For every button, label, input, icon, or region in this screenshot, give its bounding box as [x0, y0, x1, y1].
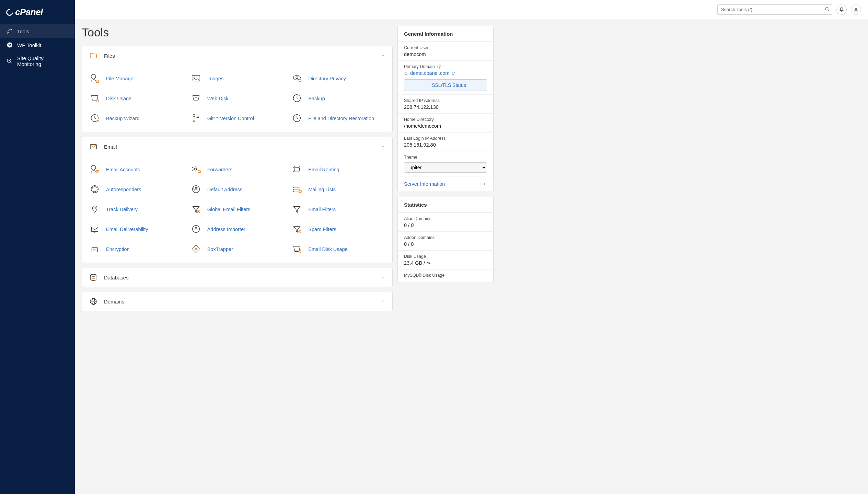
server-info-link[interactable]: Server Information — [398, 176, 493, 192]
images-icon — [190, 72, 202, 85]
tool-git-version-control[interactable]: Git™ Version Control — [190, 108, 285, 128]
stat-label: Addon Domains — [404, 235, 487, 240]
svg-line-49 — [299, 230, 301, 232]
svg-point-28 — [299, 170, 300, 172]
svg-rect-13 — [299, 79, 301, 81]
section-header-files[interactable]: Files — [82, 46, 392, 65]
theme-row: Theme jupiter — [398, 151, 493, 176]
tool-label: Forwarders — [207, 167, 232, 172]
tool-label: File and Directory Restoration — [308, 116, 374, 121]
ssl-status-button[interactable]: SSL/TLS Status — [404, 79, 487, 91]
svg-point-46 — [192, 225, 199, 232]
tool-file-and-directory-restoration[interactable]: File and Directory Restoration — [291, 108, 385, 128]
svg-line-5 — [828, 10, 829, 11]
nav-label: WP Toolkit — [17, 42, 41, 48]
directory-privacy-icon — [291, 72, 303, 85]
tool-label: Default Address — [207, 187, 242, 192]
tool-disk-usage[interactable]: Disk Usage — [89, 89, 183, 108]
email-accounts-icon — [89, 163, 101, 176]
tool-email-filters[interactable]: Email Filters — [291, 199, 385, 219]
svg-point-6 — [855, 8, 857, 10]
tool-label: Global Email Filters — [207, 207, 251, 212]
svg-rect-38 — [299, 190, 302, 192]
boxtrapper-icon — [190, 243, 202, 256]
svg-point-25 — [294, 166, 295, 168]
section-domains: Domains — [82, 292, 393, 311]
address-importer-icon — [190, 223, 202, 236]
current-user-label: Current User — [404, 45, 487, 50]
tool-label: Email Accounts — [106, 167, 140, 172]
user-menu-button[interactable] — [851, 4, 861, 15]
chevron-up-icon — [381, 299, 385, 305]
section-header-domains[interactable]: Domains — [82, 292, 392, 311]
svg-point-4 — [825, 7, 828, 10]
nav-label: Tools — [17, 28, 29, 34]
sidebar-item-tools[interactable]: Tools — [0, 24, 75, 38]
forwarders-icon — [190, 163, 202, 176]
tool-web-disk[interactable]: Web Disk — [190, 89, 285, 108]
tool-images[interactable]: Images — [190, 69, 285, 89]
stat-row-addon-domains: Addon Domains0 / 0 — [398, 232, 493, 251]
svg-point-31 — [195, 187, 197, 188]
git-icon — [190, 112, 202, 125]
chevron-up-icon — [381, 144, 385, 150]
svg-point-27 — [294, 170, 295, 172]
sidebar-item-wp-toolkit[interactable]: WP Toolkit — [0, 38, 75, 52]
search-input[interactable] — [717, 4, 832, 15]
logo[interactable]: cPanel — [0, 4, 75, 24]
tool-backup[interactable]: Backup — [291, 89, 385, 108]
tool-global-email-filters[interactable]: Global Email Filters — [190, 199, 285, 219]
page-title: Tools — [82, 26, 393, 39]
tool-mailing-lists[interactable]: Mailing Lists — [291, 180, 385, 199]
tool-label: File Manager — [106, 76, 135, 81]
svg-rect-54 — [192, 245, 199, 252]
tool-label: Disk Usage — [106, 96, 131, 101]
primary-domain-link[interactable]: demo.cpanel.com — [404, 70, 487, 76]
svg-rect-50 — [92, 248, 98, 252]
side-column: General Information Current User democom… — [397, 26, 494, 316]
tool-spam-filters[interactable]: Spam Filters — [291, 219, 385, 239]
theme-select[interactable]: jupiter — [404, 162, 487, 173]
sidebar-item-site-quality-monitoring[interactable]: Site Quality Monitoring — [0, 52, 75, 70]
tool-label: Autoresponders — [106, 187, 141, 192]
section-title: Files — [104, 53, 115, 59]
primary-domain-row: Primary Domain demo.cpanel.com SSL/TLS S… — [398, 61, 493, 95]
logo-icon — [5, 7, 14, 17]
tool-autoresponders[interactable]: Autoresponders — [89, 180, 183, 199]
svg-point-55 — [195, 248, 197, 250]
tool-directory-privacy[interactable]: Directory Privacy — [291, 69, 385, 89]
tool-backup-wizard[interactable]: Backup Wizard — [89, 108, 183, 128]
shared-ip-label: Shared IP Address — [404, 98, 487, 103]
tool-email-deliverability[interactable]: Email Deliverability — [89, 219, 183, 239]
tool-encryption[interactable]: Encryption — [89, 239, 183, 259]
search-icon[interactable] — [825, 7, 830, 12]
tool-email-disk-usage[interactable]: Email Disk Usage — [291, 239, 385, 259]
section-header-databases[interactable]: Databases — [82, 268, 392, 287]
bar-chart-icon — [425, 83, 429, 87]
content: Tools FilesFile ManagerImagesDirectory P… — [75, 0, 500, 323]
tool-label: Email Filters — [308, 207, 336, 212]
tool-boxtrapper[interactable]: BoxTrapper — [190, 239, 285, 259]
notifications-button[interactable] — [836, 4, 847, 15]
tool-forwarders[interactable]: Forwarders — [190, 160, 285, 180]
current-user-row: Current User democom — [398, 42, 493, 61]
tool-email-routing[interactable]: Email Routing — [291, 160, 385, 180]
main-column: Tools FilesFile ManagerImagesDirectory P… — [82, 26, 393, 316]
global-filters-icon — [190, 203, 202, 216]
tool-email-accounts[interactable]: Email Accounts — [89, 160, 183, 180]
backup-icon — [291, 92, 303, 105]
stat-value: 0 / 0 — [404, 241, 487, 247]
stat-row-mysql-disk-usage: MySQL® Disk Usage — [398, 269, 493, 283]
tool-label: Web Disk — [207, 96, 229, 101]
tool-default-address[interactable]: Default Address — [190, 180, 285, 199]
section-header-email[interactable]: Email — [82, 137, 392, 156]
tool-label: Email Disk Usage — [308, 246, 347, 252]
svg-point-26 — [299, 166, 300, 168]
stat-row-alias-domains: Alias Domains0 / 0 — [398, 213, 493, 232]
tool-address-importer[interactable]: Address Importer — [190, 219, 285, 239]
tool-file-manager[interactable]: File Manager — [89, 69, 183, 89]
tool-track-delivery[interactable]: Track Delivery — [89, 199, 183, 219]
tool-label: Address Importer — [207, 227, 245, 232]
tool-label: Backup Wizard — [106, 116, 140, 121]
stat-value: 23.4 GB / ∞ — [404, 260, 487, 266]
